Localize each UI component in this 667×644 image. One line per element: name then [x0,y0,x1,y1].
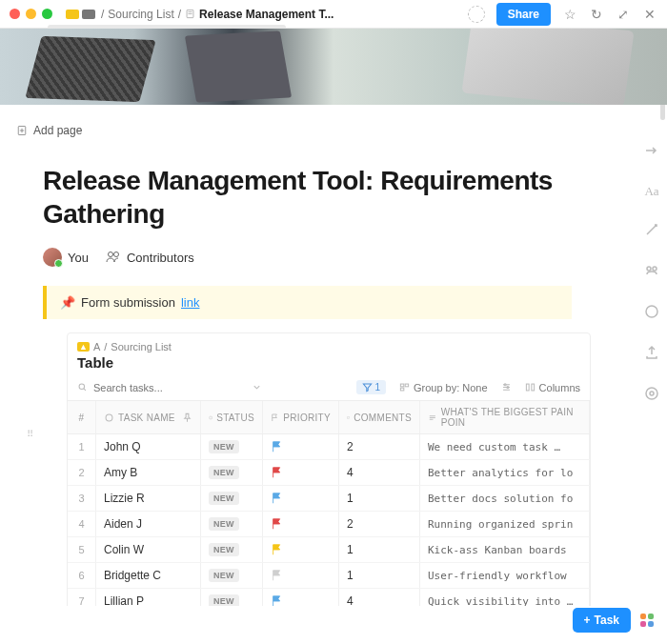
table-row[interactable]: 1John QNEW2We need custom task … [68,434,590,460]
search-input[interactable] [93,382,189,393]
workspace-switcher[interactable] [66,10,95,19]
svg-point-25 [106,414,112,421]
group-label: Group by: None [414,382,488,393]
filter-button[interactable]: 1 [356,380,386,394]
table-title[interactable]: Table [68,354,590,376]
export-icon[interactable] [644,345,659,363]
collapse-icon[interactable]: ⤢ [616,7,631,22]
row-pain[interactable]: Running organized sprin [420,512,590,536]
add-page-button[interactable]: Add page [16,124,600,137]
row-comments[interactable]: 2 [339,512,420,536]
page-title[interactable]: Release Management Tool: Requirements Ga… [43,164,572,231]
history-icon[interactable]: ↻ [589,7,604,22]
breadcrumb-sourcing[interactable]: Sourcing List [108,8,173,21]
row-comments[interactable]: 1 [339,486,420,511]
timer-icon[interactable] [468,6,485,23]
share-button[interactable]: Share [496,3,551,26]
indent-icon[interactable] [644,143,659,161]
col-status[interactable]: STATUS [201,401,263,433]
table-crumb-list: Sourcing List [111,341,172,352]
drag-handle-icon[interactable]: ⠿ [27,432,35,437]
row-name[interactable]: Lizzie R [96,486,201,511]
automations-icon[interactable] [644,263,659,281]
svg-rect-16 [405,384,408,387]
callout-banner: 📌 Form submission link [43,286,572,319]
row-comments[interactable]: 4 [339,589,420,606]
row-pain[interactable]: Better docs solution fo [420,486,590,511]
star-icon[interactable]: ☆ [562,7,577,22]
row-status[interactable]: NEW [201,537,263,562]
create-task-button[interactable]: +Task [573,608,631,633]
row-priority[interactable] [263,434,339,459]
group-by-button[interactable]: Group by: None [399,382,488,393]
row-priority[interactable] [263,512,339,536]
table-breadcrumb[interactable]: ▲ A / Sourcing List [68,333,590,354]
row-status[interactable]: NEW [201,434,263,459]
close-window[interactable] [10,9,20,19]
page-icon [185,9,195,19]
magic-icon[interactable] [644,222,659,240]
user-avatar [43,248,62,267]
row-pain[interactable]: Kick-ass Kanban boards [420,537,590,562]
callout-link[interactable]: link [181,295,200,310]
col-num[interactable]: # [68,401,96,433]
table-row[interactable]: 4Aiden JNEW2Running organized sprin [68,512,590,537]
row-status[interactable]: NEW [201,512,263,536]
contributors-group[interactable]: Contributors [106,250,194,265]
row-pain[interactable]: Quick visibility into … [420,589,590,606]
chevron-down-icon[interactable] [252,382,262,392]
columns-icon [525,382,536,392]
breadcrumb-current[interactable]: Release Management T... [199,8,334,21]
row-comments[interactable]: 4 [339,460,420,485]
col-pain[interactable]: WHAT'S THE BIGGEST PAIN POIN [420,401,590,433]
row-pain[interactable]: We need custom task … [420,434,590,459]
table-row[interactable]: 6Bridgette CNEW1User-friendly workflow [68,563,590,589]
row-name[interactable]: Lillian P [96,589,201,606]
row-num: 4 [68,512,96,536]
pin-col-icon [182,413,192,423]
maximize-window[interactable] [42,9,52,19]
font-icon[interactable]: Aa [644,184,658,199]
svg-rect-23 [526,384,529,391]
row-status[interactable]: NEW [201,589,263,606]
row-priority[interactable] [263,537,339,562]
flag-icon [271,594,284,606]
table-row[interactable]: 5Colin WNEW1Kick-ass Kanban boards [68,537,590,563]
row-comments[interactable]: 1 [339,563,420,588]
row-priority[interactable] [263,460,339,485]
table-row[interactable]: 3Lizzie RNEW1Better docs solution fo [68,486,590,512]
row-status[interactable]: NEW [201,563,263,588]
row-priority[interactable] [263,486,339,511]
minimize-window[interactable] [26,9,36,19]
row-name[interactable]: Aiden J [96,512,201,536]
row-priority[interactable] [263,563,339,588]
col-priority[interactable]: PRIORITY [263,401,339,433]
table-row[interactable]: 2Amy BNEW4Better analytics for lo [68,460,590,486]
svg-rect-17 [400,388,403,391]
col-comments[interactable]: COMMENTS [339,401,420,433]
search-tasks[interactable] [77,382,343,393]
row-status[interactable]: NEW [201,460,263,485]
close-icon[interactable]: ✕ [642,7,657,22]
group-icon [399,382,410,392]
table-row[interactable]: 7Lillian PNEW4Quick visibility into … [68,589,590,606]
row-comments[interactable]: 2 [339,434,420,459]
comment-icon[interactable] [644,304,659,322]
svg-rect-26 [210,416,212,419]
col-name[interactable]: TASK NAME [96,401,201,433]
you-group[interactable]: You [43,248,89,267]
row-comments[interactable]: 1 [339,537,420,562]
columns-button[interactable]: Columns [525,382,580,393]
row-name[interactable]: Amy B [96,460,201,485]
row-priority[interactable] [263,589,339,606]
settings-toggle-icon[interactable] [501,382,512,392]
row-name[interactable]: Bridgette C [96,563,201,588]
row-status[interactable]: NEW [201,486,263,511]
row-name[interactable]: Colin W [96,537,201,562]
row-num: 2 [68,460,96,485]
row-name[interactable]: John Q [96,434,201,459]
row-pain[interactable]: User-friendly workflow [420,563,590,588]
apps-icon[interactable] [640,614,654,627]
row-pain[interactable]: Better analytics for lo [420,460,590,485]
settings-icon[interactable] [644,386,659,404]
